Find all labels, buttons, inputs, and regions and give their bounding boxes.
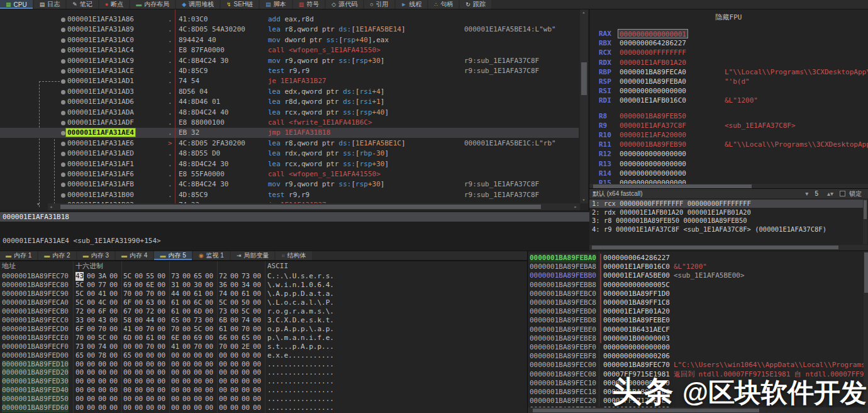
dump-byte[interactable]: 6E: [146, 281, 154, 290]
register-row[interactable]: RDX000001E1AFB01A20: [589, 58, 868, 67]
dump-byte[interactable]: 58: [123, 316, 131, 325]
tab-breakpoints[interactable]: ●断点: [99, 0, 129, 9]
dump-byte[interactable]: 00: [157, 342, 165, 351]
disasm-row[interactable]: 000001E1AFA31AC4.E8 87FA0000call <wfopen…: [0, 45, 579, 55]
dump-byte[interactable]: 72: [219, 272, 227, 281]
dump-byte[interactable]: 2E: [242, 342, 250, 351]
dump-byte[interactable]: 00: [109, 316, 118, 325]
disasm-horizontal-scrollbar[interactable]: ◂ ▸: [48, 203, 580, 210]
dump-byte[interactable]: 00: [219, 386, 227, 395]
dump-byte[interactable]: 00: [242, 368, 250, 377]
dump-byte[interactable]: 00: [109, 368, 118, 377]
dump-byte[interactable]: 00: [171, 404, 179, 412]
registers-panel[interactable]: 隐藏FPU RAX0000000000000001RBX000000006428…: [589, 9, 868, 189]
tab-cpu[interactable]: ▦CPU: [0, 0, 33, 9]
dump-byte[interactable]: 70: [98, 325, 106, 334]
disasm-row[interactable]: 000001E1AFA31ACE.4D:85C9test r9,r9r9:sub…: [0, 66, 579, 76]
dump-byte[interactable]: 00: [123, 342, 131, 351]
stack-row[interactable]: 0000001BA89FEBB8000000000000005C: [528, 281, 868, 290]
dump-byte[interactable]: 61: [171, 307, 179, 316]
dump-byte[interactable]: 00: [135, 368, 143, 377]
tab-symbols[interactable]: ▥符号: [293, 0, 325, 9]
dump-byte[interactable]: 00: [98, 386, 106, 395]
dump-byte[interactable]: 00: [230, 386, 238, 395]
dump-byte[interactable]: 00: [109, 307, 118, 316]
dump-byte[interactable]: 00: [109, 386, 118, 395]
dump-byte[interactable]: 00: [230, 404, 238, 412]
disasm-row[interactable]: 000001E1AFA31AF6.E8 55FA0000call <wfopen…: [0, 169, 579, 179]
dump-byte[interactable]: 00: [219, 368, 227, 377]
dump-row[interactable]: 0000001BA89FED40000000000000000000000000…: [0, 386, 527, 395]
register-value[interactable]: 0000001BA89FEBA0: [620, 77, 686, 86]
scroll-up-icon[interactable]: ▴: [580, 9, 587, 16]
dump-byte[interactable]: 65: [171, 316, 179, 325]
dump-byte[interactable]: 36: [219, 281, 227, 290]
dump-byte[interactable]: 74: [219, 290, 227, 298]
dump-byte[interactable]: 00: [87, 377, 95, 386]
dump-byte[interactable]: 00: [157, 281, 165, 290]
dump-byte[interactable]: 00: [146, 404, 154, 412]
dump-byte[interactable]: 00: [182, 316, 191, 325]
breakpoint-dot-icon[interactable]: [61, 100, 65, 105]
dump-byte[interactable]: 70: [171, 325, 179, 334]
dump-byte[interactable]: 41: [123, 325, 131, 334]
dump-byte[interactable]: 00: [182, 351, 191, 360]
dump-byte[interactable]: 00: [253, 316, 261, 325]
breakpoint-dot-icon[interactable]: [61, 18, 65, 22]
register-value[interactable]: 0000001BA89FEB50: [620, 111, 686, 121]
dump-byte[interactable]: 00: [109, 290, 118, 298]
disasm-row[interactable]: 000001E1AFA31AD1.74 54je 1E1AFA31B27: [0, 76, 579, 86]
dump-byte[interactable]: 00: [194, 377, 202, 386]
stack-row[interactable]: 0000001BA89FEBA00000000064286227: [528, 254, 868, 263]
dump-byte[interactable]: 6F: [123, 298, 131, 307]
breakpoint-dot-icon[interactable]: [61, 59, 65, 64]
dump-byte[interactable]: 00: [109, 281, 118, 290]
hex-dump-panel[interactable]: 地址 十六进制 ASCII 0000001BA89FEC7043003A005C…: [0, 261, 527, 413]
dump-byte[interactable]: 00: [230, 334, 238, 342]
dump-byte[interactable]: 00: [87, 368, 95, 377]
breakpoint-dot-icon[interactable]: [61, 38, 65, 43]
tab-dump-4[interactable]: ▬内存 4: [116, 251, 153, 260]
dump-byte[interactable]: 00: [253, 351, 261, 360]
register-value[interactable]: 000001E1AFB01A20: [620, 58, 686, 67]
dump-byte[interactable]: 00: [146, 386, 154, 395]
dump-byte[interactable]: 00: [205, 351, 213, 360]
tab-locals[interactable]: ⇥局部变量: [231, 251, 275, 260]
dump-byte[interactable]: 5C: [123, 272, 131, 281]
dump-byte[interactable]: 00: [109, 360, 118, 369]
dump-byte[interactable]: 00: [98, 368, 106, 377]
disasm-row[interactable]: 000001E1AFA31AD6.44:8D46 01lea r8d,qword…: [0, 97, 579, 107]
dump-byte[interactable]: 65: [123, 351, 131, 360]
dump-byte[interactable]: 00: [242, 360, 250, 369]
dump-byte[interactable]: 00: [135, 325, 143, 334]
argument-count-value[interactable]: 5: [815, 190, 818, 197]
dump-byte[interactable]: 00: [157, 298, 165, 307]
disasm-vertical-scrollbar[interactable]: ▴ ▾: [580, 9, 588, 203]
disasm-row[interactable]: 000001E1AFA31AD3.8D56 04lea edx,qword pt…: [0, 87, 579, 97]
scrollbar-thumb[interactable]: [581, 62, 587, 95]
register-value[interactable]: 0000000000000001: [618, 29, 688, 38]
dump-byte[interactable]: 00: [123, 404, 131, 412]
scroll-down-icon[interactable]: ▾: [580, 197, 587, 203]
argument-row[interactable]: 2: rdx 000001E1AFB01A20 000001E1AFB01A20: [589, 208, 864, 217]
dump-byte[interactable]: 43: [98, 316, 106, 325]
breakpoint-dot-icon[interactable]: [61, 111, 65, 115]
dump-byte[interactable]: 00: [253, 360, 261, 369]
dump-byte[interactable]: 70: [146, 290, 154, 298]
disasm-row[interactable]: 000001E1AFA31AF1.48:8D4C24 30lea rcx,qwo…: [0, 159, 579, 169]
stack-row[interactable]: 0000001BA89FEBF80000000000000206: [528, 352, 868, 361]
dump-byte[interactable]: 00: [205, 360, 213, 369]
dump-byte[interactable]: 69: [123, 281, 131, 290]
dump-byte[interactable]: 77: [98, 281, 106, 290]
dump-byte[interactable]: 61: [171, 298, 179, 307]
dump-byte[interactable]: 00: [87, 342, 95, 351]
dump-byte[interactable]: 00: [219, 404, 227, 412]
dump-byte[interactable]: 6C: [194, 298, 202, 307]
lock-checkbox[interactable]: [840, 191, 845, 196]
dump-byte[interactable]: 00: [135, 290, 143, 298]
dump-byte[interactable]: 00: [205, 342, 213, 351]
dump-byte[interactable]: 00: [157, 360, 165, 369]
registers-title[interactable]: 隐藏FPU: [589, 13, 868, 22]
dump-byte[interactable]: 00: [253, 272, 261, 281]
dump-byte[interactable]: 78: [98, 351, 106, 360]
